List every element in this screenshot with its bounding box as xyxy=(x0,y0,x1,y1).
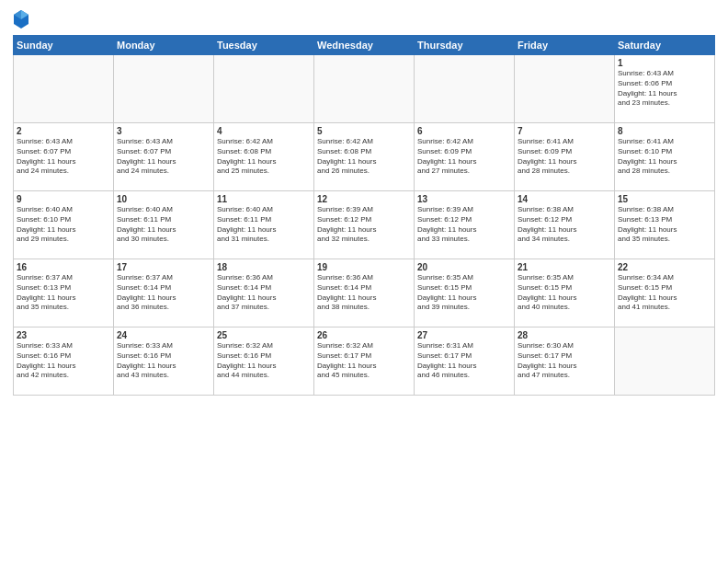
calendar-cell: 28Sunrise: 6:30 AM Sunset: 6:17 PM Dayli… xyxy=(515,327,615,396)
day-info: Sunrise: 6:36 AM Sunset: 6:14 PM Dayligh… xyxy=(217,273,311,313)
day-info: Sunrise: 6:33 AM Sunset: 6:16 PM Dayligh… xyxy=(17,341,110,381)
calendar-cell: 15Sunrise: 6:38 AM Sunset: 6:13 PM Dayli… xyxy=(615,191,715,259)
header xyxy=(13,9,715,29)
day-number: 24 xyxy=(117,330,210,340)
calendar-cell: 8Sunrise: 6:41 AM Sunset: 6:10 PM Daylig… xyxy=(615,123,715,191)
weekday-tuesday: Tuesday xyxy=(214,36,314,55)
logo-icon xyxy=(13,9,29,29)
weekday-wednesday: Wednesday xyxy=(314,36,415,55)
calendar-cell: 10Sunrise: 6:40 AM Sunset: 6:11 PM Dayli… xyxy=(114,191,214,259)
day-info: Sunrise: 6:39 AM Sunset: 6:12 PM Dayligh… xyxy=(317,205,411,245)
calendar-cell xyxy=(415,55,515,123)
calendar-cell: 2Sunrise: 6:43 AM Sunset: 6:07 PM Daylig… xyxy=(14,123,114,191)
day-number: 9 xyxy=(17,194,110,204)
calendar-cell: 21Sunrise: 6:35 AM Sunset: 6:15 PM Dayli… xyxy=(515,259,615,327)
calendar-cell xyxy=(615,327,715,396)
day-number: 17 xyxy=(117,262,210,272)
day-info: Sunrise: 6:33 AM Sunset: 6:16 PM Dayligh… xyxy=(117,341,210,381)
day-info: Sunrise: 6:38 AM Sunset: 6:13 PM Dayligh… xyxy=(618,205,711,245)
day-number: 14 xyxy=(518,194,611,204)
day-info: Sunrise: 6:34 AM Sunset: 6:15 PM Dayligh… xyxy=(618,273,711,313)
weekday-saturday: Saturday xyxy=(615,36,715,55)
day-number: 13 xyxy=(417,194,511,204)
week-row-4: 23Sunrise: 6:33 AM Sunset: 6:16 PM Dayli… xyxy=(14,327,715,396)
calendar-cell: 26Sunrise: 6:32 AM Sunset: 6:17 PM Dayli… xyxy=(314,327,415,396)
day-info: Sunrise: 6:32 AM Sunset: 6:17 PM Dayligh… xyxy=(317,341,411,381)
week-row-3: 16Sunrise: 6:37 AM Sunset: 6:13 PM Dayli… xyxy=(14,259,715,327)
day-number: 12 xyxy=(317,194,411,204)
calendar-cell: 11Sunrise: 6:40 AM Sunset: 6:11 PM Dayli… xyxy=(214,191,314,259)
day-number: 3 xyxy=(117,126,210,136)
day-info: Sunrise: 6:42 AM Sunset: 6:08 PM Dayligh… xyxy=(217,137,311,177)
day-info: Sunrise: 6:40 AM Sunset: 6:11 PM Dayligh… xyxy=(117,205,210,245)
week-row-2: 9Sunrise: 6:40 AM Sunset: 6:10 PM Daylig… xyxy=(14,191,715,259)
calendar-cell: 25Sunrise: 6:32 AM Sunset: 6:16 PM Dayli… xyxy=(214,327,314,396)
day-number: 1 xyxy=(618,58,711,68)
day-info: Sunrise: 6:36 AM Sunset: 6:14 PM Dayligh… xyxy=(317,273,411,313)
calendar-cell: 16Sunrise: 6:37 AM Sunset: 6:13 PM Dayli… xyxy=(14,259,114,327)
calendar-cell: 6Sunrise: 6:42 AM Sunset: 6:09 PM Daylig… xyxy=(415,123,515,191)
day-info: Sunrise: 6:42 AM Sunset: 6:09 PM Dayligh… xyxy=(417,137,511,177)
day-number: 4 xyxy=(217,126,311,136)
calendar-cell: 17Sunrise: 6:37 AM Sunset: 6:14 PM Dayli… xyxy=(114,259,214,327)
week-row-1: 2Sunrise: 6:43 AM Sunset: 6:07 PM Daylig… xyxy=(14,123,715,191)
calendar-cell: 24Sunrise: 6:33 AM Sunset: 6:16 PM Dayli… xyxy=(114,327,214,396)
calendar-cell: 5Sunrise: 6:42 AM Sunset: 6:08 PM Daylig… xyxy=(314,123,415,191)
day-number: 18 xyxy=(217,262,311,272)
calendar-cell: 7Sunrise: 6:41 AM Sunset: 6:09 PM Daylig… xyxy=(515,123,615,191)
calendar-cell: 23Sunrise: 6:33 AM Sunset: 6:16 PM Dayli… xyxy=(14,327,114,396)
calendar-cell: 27Sunrise: 6:31 AM Sunset: 6:17 PM Dayli… xyxy=(415,327,515,396)
day-number: 22 xyxy=(618,262,711,272)
weekday-sunday: Sunday xyxy=(14,36,114,55)
calendar-cell: 9Sunrise: 6:40 AM Sunset: 6:10 PM Daylig… xyxy=(14,191,114,259)
calendar-cell: 20Sunrise: 6:35 AM Sunset: 6:15 PM Dayli… xyxy=(415,259,515,327)
day-info: Sunrise: 6:43 AM Sunset: 6:06 PM Dayligh… xyxy=(618,69,711,109)
day-info: Sunrise: 6:43 AM Sunset: 6:07 PM Dayligh… xyxy=(17,137,110,177)
calendar-cell xyxy=(14,55,114,123)
weekday-thursday: Thursday xyxy=(415,36,515,55)
day-number: 23 xyxy=(17,330,110,340)
calendar-cell: 12Sunrise: 6:39 AM Sunset: 6:12 PM Dayli… xyxy=(314,191,415,259)
day-info: Sunrise: 6:41 AM Sunset: 6:10 PM Dayligh… xyxy=(618,137,711,177)
day-number: 19 xyxy=(317,262,411,272)
weekday-header-row: SundayMondayTuesdayWednesdayThursdayFrid… xyxy=(14,36,715,55)
week-row-0: 1Sunrise: 6:43 AM Sunset: 6:06 PM Daylig… xyxy=(14,55,715,123)
day-info: Sunrise: 6:37 AM Sunset: 6:14 PM Dayligh… xyxy=(117,273,210,313)
day-number: 27 xyxy=(417,330,511,340)
day-info: Sunrise: 6:41 AM Sunset: 6:09 PM Dayligh… xyxy=(518,137,611,177)
calendar-cell xyxy=(314,55,415,123)
day-info: Sunrise: 6:32 AM Sunset: 6:16 PM Dayligh… xyxy=(217,341,311,381)
day-number: 16 xyxy=(17,262,110,272)
day-number: 5 xyxy=(317,126,411,136)
day-info: Sunrise: 6:42 AM Sunset: 6:08 PM Dayligh… xyxy=(317,137,411,177)
day-number: 20 xyxy=(417,262,511,272)
weekday-monday: Monday xyxy=(114,36,214,55)
page: SundayMondayTuesdayWednesdayThursdayFrid… xyxy=(0,0,728,563)
calendar-table: SundayMondayTuesdayWednesdayThursdayFrid… xyxy=(13,35,715,396)
calendar-cell: 22Sunrise: 6:34 AM Sunset: 6:15 PM Dayli… xyxy=(615,259,715,327)
day-info: Sunrise: 6:37 AM Sunset: 6:13 PM Dayligh… xyxy=(17,273,110,313)
calendar-cell: 18Sunrise: 6:36 AM Sunset: 6:14 PM Dayli… xyxy=(214,259,314,327)
day-number: 15 xyxy=(618,194,711,204)
day-number: 11 xyxy=(217,194,311,204)
day-number: 6 xyxy=(417,126,511,136)
calendar-cell: 4Sunrise: 6:42 AM Sunset: 6:08 PM Daylig… xyxy=(214,123,314,191)
day-info: Sunrise: 6:43 AM Sunset: 6:07 PM Dayligh… xyxy=(117,137,210,177)
calendar-cell xyxy=(114,55,214,123)
day-number: 7 xyxy=(518,126,611,136)
day-number: 8 xyxy=(618,126,711,136)
day-info: Sunrise: 6:38 AM Sunset: 6:12 PM Dayligh… xyxy=(518,205,611,245)
day-info: Sunrise: 6:35 AM Sunset: 6:15 PM Dayligh… xyxy=(417,273,511,313)
day-number: 2 xyxy=(17,126,110,136)
day-number: 26 xyxy=(317,330,411,340)
day-info: Sunrise: 6:40 AM Sunset: 6:10 PM Dayligh… xyxy=(17,205,110,245)
calendar-cell: 14Sunrise: 6:38 AM Sunset: 6:12 PM Dayli… xyxy=(515,191,615,259)
calendar-cell xyxy=(214,55,314,123)
day-info: Sunrise: 6:31 AM Sunset: 6:17 PM Dayligh… xyxy=(417,341,511,381)
calendar-cell xyxy=(515,55,615,123)
day-info: Sunrise: 6:30 AM Sunset: 6:17 PM Dayligh… xyxy=(518,341,611,381)
day-info: Sunrise: 6:39 AM Sunset: 6:12 PM Dayligh… xyxy=(417,205,511,245)
day-number: 10 xyxy=(117,194,210,204)
day-number: 21 xyxy=(518,262,611,272)
weekday-friday: Friday xyxy=(515,36,615,55)
